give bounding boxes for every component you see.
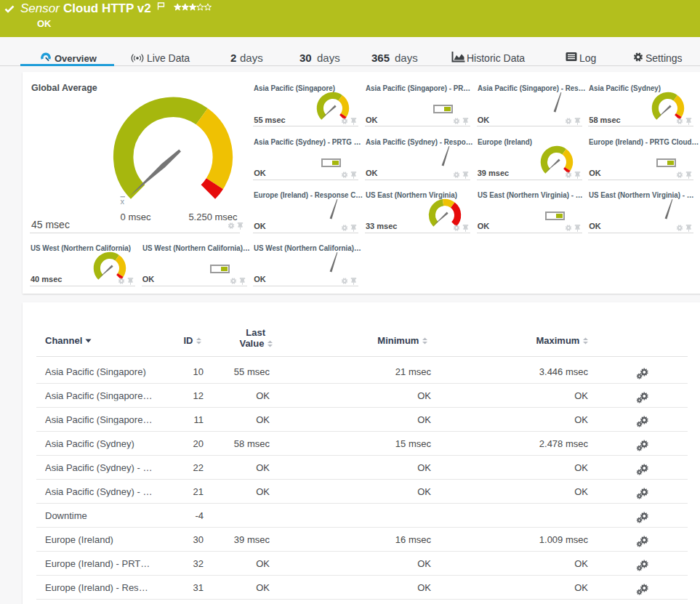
svg-text:x: x [121, 197, 125, 206]
